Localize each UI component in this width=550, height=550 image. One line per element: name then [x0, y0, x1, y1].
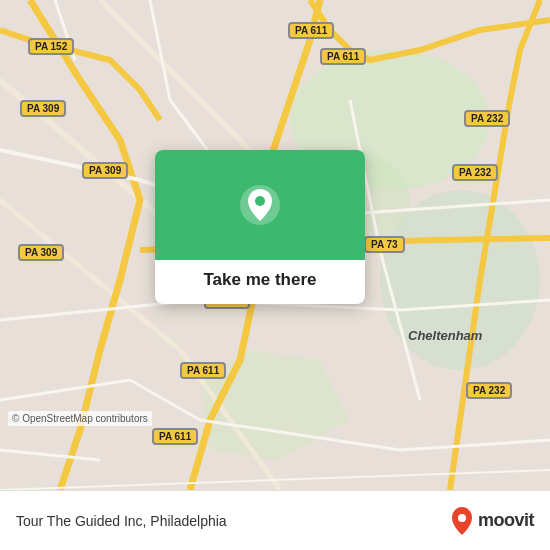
road-badge-pa611-4: PA 611 — [180, 362, 226, 379]
road-badge-pa309-1: PA 309 — [20, 100, 66, 117]
popup-green-area — [155, 150, 365, 260]
road-badge-pa309-2: PA 309 — [82, 162, 128, 179]
popup-card[interactable]: Take me there — [155, 150, 365, 304]
osm-attribution: © OpenStreetMap contributors — [8, 411, 152, 426]
road-badge-pa309-3: PA 309 — [18, 244, 64, 261]
moovit-logo-icon — [446, 505, 478, 537]
map-container: PA 152 PA 309 PA 309 PA 309 PA 611 PA 61… — [0, 0, 550, 490]
road-badge-pa611-1: PA 611 — [288, 22, 334, 39]
svg-point-28 — [458, 514, 466, 522]
road-badge-pa152: PA 152 — [28, 38, 74, 55]
location-pin-icon — [238, 183, 282, 227]
road-badge-pa611-5: PA 611 — [152, 428, 198, 445]
take-me-there-button[interactable]: Take me there — [155, 260, 365, 304]
moovit-text: moovit — [478, 510, 534, 531]
location-label: Tour The Guided Inc, Philadelphia — [16, 513, 227, 529]
road-badge-pa73: PA 73 — [364, 236, 405, 253]
road-badge-pa611-2: PA 611 — [320, 48, 366, 65]
svg-point-27 — [255, 196, 265, 206]
road-badge-pa232-2: PA 232 — [452, 164, 498, 181]
road-badge-pa232-1: PA 232 — [464, 110, 510, 127]
road-badge-pa232-3: PA 232 — [466, 382, 512, 399]
cheltenham-label: Cheltenham — [408, 328, 482, 343]
bottom-bar: Tour The Guided Inc, Philadelphia moovit — [0, 490, 550, 550]
moovit-logo: moovit — [446, 505, 534, 537]
